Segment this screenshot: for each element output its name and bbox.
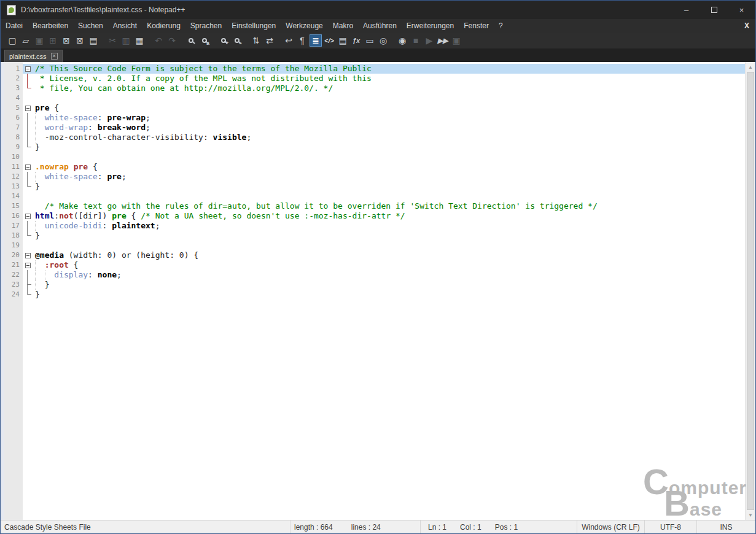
line-number[interactable]: 7 <box>4 123 23 133</box>
menu-item-sprachen[interactable]: Sprachen <box>185 20 227 32</box>
run-macro-multiple-icon[interactable]: ▶▶ <box>437 34 449 47</box>
code-text[interactable] <box>33 192 745 201</box>
menu-item-bearbeiten[interactable]: Bearbeiten <box>28 20 73 32</box>
line-number[interactable]: 11 <box>4 162 23 172</box>
menu-item-help[interactable]: ? <box>494 20 508 32</box>
find-icon[interactable] <box>185 34 197 47</box>
line-number[interactable]: 21 <box>4 260 23 270</box>
fold-toggle-icon[interactable] <box>23 260 33 270</box>
monitoring-icon[interactable]: ▭ <box>364 34 376 47</box>
menu-item-erweiterungen[interactable]: Erweiterungen <box>402 20 459 32</box>
tab-close-icon[interactable]: × <box>51 53 58 60</box>
indent-guide-icon[interactable]: ≣ <box>310 34 322 47</box>
close-icon[interactable]: ⊠ <box>60 34 72 47</box>
code-text[interactable]: } <box>33 142 745 152</box>
line-number[interactable]: 1 <box>4 64 23 74</box>
menu-item-werkzeuge[interactable]: Werkzeuge <box>281 20 327 32</box>
scroll-up-icon[interactable]: ▲ <box>746 62 755 72</box>
code-text[interactable]: pre { <box>33 103 745 113</box>
doc-list-icon[interactable]: ▤ <box>337 34 349 47</box>
code-text[interactable]: } <box>33 182 745 192</box>
scrollbar-thumb[interactable] <box>747 72 754 510</box>
close-window-button[interactable]: × <box>728 1 755 19</box>
code-text[interactable] <box>33 93 745 103</box>
sync-vertical-scroll-icon[interactable]: ⇅ <box>250 34 262 47</box>
new-file-icon[interactable]: ▢ <box>6 34 18 47</box>
menu-item-makro[interactable]: Makro <box>328 20 358 32</box>
line-number[interactable]: 20 <box>4 250 23 260</box>
menu-item-suchen[interactable]: Suchen <box>73 20 108 32</box>
replace-icon[interactable]: a <box>198 34 211 47</box>
code-text[interactable]: display: none; <box>33 270 745 280</box>
code-text[interactable] <box>33 241 745 250</box>
fold-toggle-icon[interactable] <box>23 162 33 172</box>
zoom-in-icon[interactable]: + <box>217 34 230 47</box>
line-number[interactable]: 2 <box>4 74 23 83</box>
line-number[interactable]: 19 <box>4 241 23 250</box>
line-number[interactable]: 15 <box>4 201 23 211</box>
function-list-icon[interactable]: ƒx <box>350 34 362 47</box>
snapshot-icon[interactable]: ◎ <box>377 34 389 47</box>
scroll-down-icon[interactable]: ▼ <box>746 510 755 520</box>
code-text[interactable]: } <box>33 231 745 241</box>
sync-horizontal-scroll-icon[interactable]: ⇄ <box>263 34 276 47</box>
tab-plaintext-css[interactable]: plaintext.css × <box>4 50 63 62</box>
code-text[interactable]: unicode-bidi: plaintext; <box>33 221 745 231</box>
menubar-close-button[interactable]: X <box>738 21 755 30</box>
line-number[interactable]: 6 <box>4 113 23 123</box>
line-number[interactable]: 12 <box>4 172 23 182</box>
minimize-button[interactable]: – <box>672 1 700 19</box>
open-file-icon[interactable]: ▱ <box>20 34 32 47</box>
statusbar-encoding[interactable]: UTF-8 <box>644 520 696 533</box>
code-text[interactable]: } <box>33 280 745 290</box>
menu-item-fenster[interactable]: Fenster <box>459 20 494 32</box>
code-text[interactable] <box>33 152 745 162</box>
code-text[interactable]: * License, v. 2.0. If a copy of the MPL … <box>33 74 745 83</box>
line-number[interactable]: 22 <box>4 270 23 280</box>
line-number[interactable]: 4 <box>4 93 23 103</box>
code-text[interactable]: /* Make text go with the rules of dir=au… <box>33 201 745 211</box>
statusbar-eol[interactable]: Windows (CR LF) <box>577 520 644 533</box>
paste-icon[interactable]: ▦ <box>133 34 146 47</box>
code-text[interactable]: word-wrap: break-word; <box>33 123 745 133</box>
menu-item-kodierung[interactable]: Kodierung <box>142 20 185 32</box>
record-macro-icon[interactable]: ◉ <box>396 34 408 47</box>
line-number[interactable]: 16 <box>4 211 23 221</box>
line-number[interactable]: 23 <box>4 280 23 290</box>
fold-toggle-icon[interactable] <box>23 250 33 260</box>
vertical-scrollbar[interactable]: ▲ ▼ <box>745 62 755 520</box>
maximize-button[interactable] <box>700 1 728 19</box>
code-text[interactable]: /* This Source Code Form is subject to t… <box>33 64 745 74</box>
code-text[interactable]: html:not([dir]) pre { /* Not a UA sheet,… <box>33 211 745 221</box>
fold-toggle-icon[interactable] <box>23 64 33 74</box>
code-text[interactable]: white-space: pre; <box>33 172 745 182</box>
line-number[interactable]: 5 <box>4 103 23 113</box>
code-text[interactable]: :root { <box>33 260 745 270</box>
print-icon[interactable]: ▤ <box>87 34 99 47</box>
doc-map-icon[interactable]: </> <box>323 34 335 47</box>
word-wrap-icon[interactable]: ↩ <box>283 34 295 47</box>
line-number[interactable]: 18 <box>4 231 23 241</box>
line-number[interactable]: 9 <box>4 142 23 152</box>
line-number[interactable]: 8 <box>4 133 23 142</box>
menu-item-ausfhren[interactable]: Ausführen <box>358 20 402 32</box>
code-text[interactable]: } <box>33 290 745 300</box>
zoom-out-icon[interactable]: − <box>231 34 243 47</box>
line-number[interactable]: 14 <box>4 192 23 201</box>
statusbar-insert-mode[interactable]: INS <box>696 520 755 533</box>
line-number[interactable]: 10 <box>4 152 23 162</box>
code-text[interactable]: .nowrap pre { <box>33 162 745 172</box>
code-lines[interactable]: 1/* This Source Code Form is subject to … <box>1 62 745 520</box>
code-text[interactable]: * file, You can obtain one at http://moz… <box>33 83 745 93</box>
code-text[interactable]: white-space: pre-wrap; <box>33 113 745 123</box>
menu-item-datei[interactable]: Datei <box>1 20 28 32</box>
fold-toggle-icon[interactable] <box>23 211 33 221</box>
line-number[interactable]: 17 <box>4 221 23 231</box>
code-text[interactable]: @media (width: 0) or (height: 0) { <box>33 250 745 260</box>
show-all-characters-icon[interactable]: ¶ <box>296 34 308 47</box>
menu-item-ansicht[interactable]: Ansicht <box>108 20 142 32</box>
line-number[interactable]: 24 <box>4 290 23 300</box>
line-number[interactable]: 3 <box>4 83 23 93</box>
menu-item-einstellungen[interactable]: Einstellungen <box>227 20 281 32</box>
close-all-icon[interactable]: ⊠ <box>74 34 86 47</box>
